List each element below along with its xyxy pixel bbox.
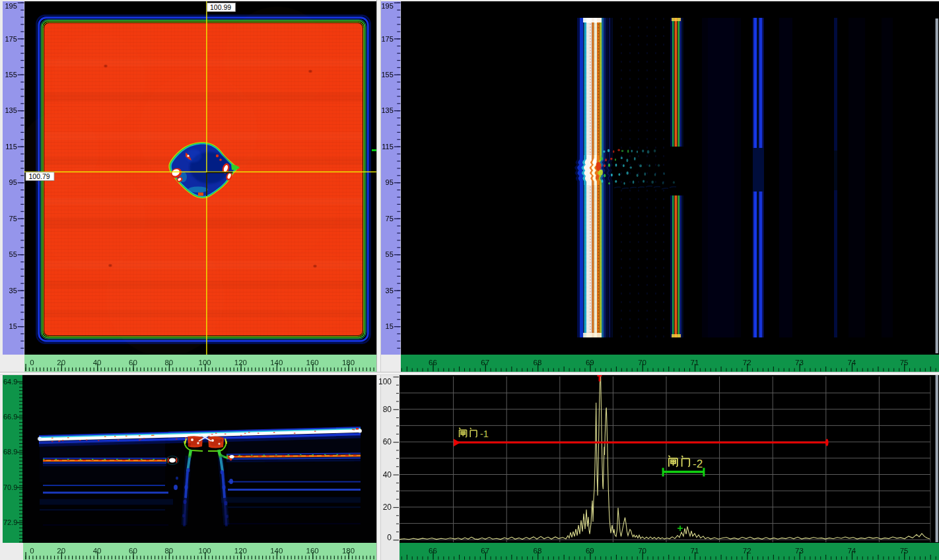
svg-text:175: 175 — [381, 35, 393, 43]
svg-text:72: 72 — [743, 359, 751, 367]
svg-text:175: 175 — [5, 35, 17, 43]
svg-text:55: 55 — [9, 250, 17, 258]
svg-text:40: 40 — [93, 547, 102, 555]
svg-text:140: 140 — [270, 547, 283, 555]
svg-text:20: 20 — [57, 359, 65, 367]
svg-text:160: 160 — [306, 359, 319, 367]
svg-text:15: 15 — [386, 322, 394, 330]
svg-text:80: 80 — [164, 547, 173, 555]
svg-text:55: 55 — [386, 250, 394, 258]
svg-text:120: 120 — [234, 547, 247, 555]
svg-text:115: 115 — [5, 143, 17, 151]
svg-text:68: 68 — [534, 547, 542, 555]
svg-text:0: 0 — [30, 359, 34, 367]
svg-text:100.79: 100.79 — [29, 172, 50, 180]
svg-text:70.9: 70.9 — [3, 483, 17, 491]
svg-text:64.9: 64.9 — [3, 378, 17, 386]
svg-text:180: 180 — [342, 359, 355, 367]
svg-text:40: 40 — [383, 470, 392, 479]
svg-text:66: 66 — [429, 547, 437, 555]
svg-text:0: 0 — [387, 533, 392, 542]
svg-text:180: 180 — [342, 547, 355, 555]
svg-text:72: 72 — [743, 547, 751, 555]
svg-text:35: 35 — [386, 287, 394, 295]
svg-text:67: 67 — [481, 547, 489, 555]
svg-text:0: 0 — [30, 547, 34, 555]
svg-text:95: 95 — [9, 178, 17, 186]
svg-text:40: 40 — [93, 359, 102, 367]
svg-text:20: 20 — [57, 547, 65, 555]
svg-text:67: 67 — [481, 359, 489, 367]
svg-text:-1: -1 — [480, 429, 489, 439]
svg-text:140: 140 — [270, 359, 283, 367]
svg-text:71: 71 — [691, 547, 699, 555]
svg-text:74: 74 — [847, 359, 856, 367]
svg-text:135: 135 — [5, 106, 17, 114]
svg-text:75: 75 — [900, 547, 909, 555]
svg-text:74: 74 — [847, 547, 856, 555]
svg-text:72.9: 72.9 — [3, 518, 17, 526]
svg-text:60: 60 — [129, 547, 137, 555]
svg-text:75: 75 — [900, 359, 909, 367]
svg-text:70: 70 — [638, 359, 646, 367]
svg-text:66: 66 — [429, 359, 437, 367]
svg-text:73: 73 — [795, 547, 804, 555]
svg-text:155: 155 — [5, 71, 17, 79]
svg-text:20: 20 — [383, 503, 392, 512]
svg-text:73: 73 — [795, 359, 804, 367]
svg-text:69: 69 — [586, 547, 594, 555]
svg-text:100: 100 — [378, 377, 392, 386]
svg-text:75: 75 — [386, 215, 394, 223]
svg-text:155: 155 — [381, 71, 393, 79]
svg-text:15: 15 — [9, 322, 17, 330]
svg-text:60: 60 — [129, 359, 137, 367]
svg-text:35: 35 — [9, 287, 17, 295]
svg-text:80: 80 — [383, 405, 392, 414]
svg-text:100: 100 — [199, 359, 211, 367]
svg-text:66.9: 66.9 — [3, 413, 17, 421]
svg-text:120: 120 — [234, 359, 247, 367]
svg-text:135: 135 — [381, 106, 393, 114]
svg-text:160: 160 — [306, 547, 319, 555]
svg-text:68.9: 68.9 — [3, 448, 17, 456]
svg-text:60: 60 — [383, 437, 392, 446]
svg-text:195: 195 — [381, 2, 393, 10]
svg-text:195: 195 — [5, 2, 17, 10]
svg-text:100: 100 — [199, 547, 211, 555]
svg-text:95: 95 — [386, 178, 394, 186]
svg-text:100.99: 100.99 — [210, 3, 231, 11]
svg-text:69: 69 — [586, 359, 594, 367]
svg-text:68: 68 — [534, 359, 542, 367]
svg-text:75: 75 — [9, 215, 17, 223]
svg-text:80: 80 — [164, 359, 173, 367]
svg-text:71: 71 — [691, 359, 699, 367]
svg-text:70: 70 — [638, 547, 646, 555]
svg-text:-2: -2 — [693, 458, 703, 470]
svg-text:115: 115 — [382, 143, 394, 151]
